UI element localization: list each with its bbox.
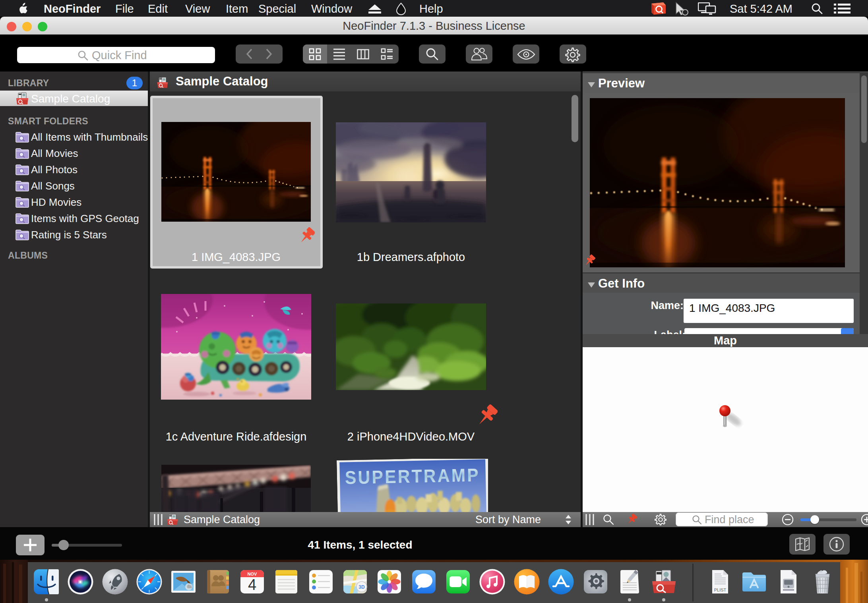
svg-text:3D: 3D [358,584,365,590]
svg-text:4: 4 [248,576,256,593]
svg-text:NOV: NOV [248,572,258,576]
svg-text:PLIST: PLIST [714,588,727,592]
svg-text:SUPERTRAMP: SUPERTRAMP [345,465,480,488]
